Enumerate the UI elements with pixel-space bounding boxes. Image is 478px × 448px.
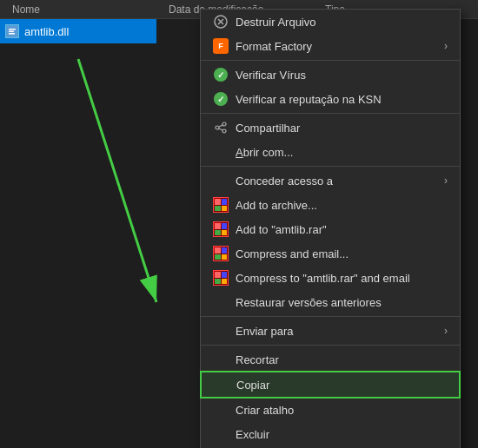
rar-icon-4: [213, 270, 229, 286]
menu-label-compress-amtlib-email: Compress to "amtlib.rar" and email: [236, 272, 448, 285]
menu-label-restaurar: Restaurar versões anteriores: [236, 296, 448, 309]
menu-item-enviar-para[interactable]: Enviar para ›: [201, 319, 460, 343]
dll-file-icon: [5, 24, 19, 38]
menu-label-add-amtlib-rar: Add to "amtlib.rar": [236, 223, 448, 236]
menu-item-restaurar[interactable]: Restaurar versões anteriores: [201, 290, 460, 314]
svg-rect-1: [9, 29, 16, 30]
kaspersky-shield-icon-2: ✓: [213, 91, 229, 107]
ff-icon: F: [213, 38, 229, 54]
menu-label-abrir-com: Abrir com...: [236, 146, 448, 159]
menu-item-format-factory[interactable]: F Format Factory ›: [201, 34, 460, 58]
menu-item-verificar-ksn[interactable]: ✓ Verificar a reputação na KSN: [201, 87, 460, 111]
menu-item-excluir[interactable]: Excluir: [201, 422, 460, 446]
separator-5: [201, 345, 460, 346]
menu-item-verificar-virus[interactable]: ✓ Verificar Vírus: [201, 63, 460, 87]
svg-point-10: [216, 126, 219, 129]
svg-point-9: [222, 122, 226, 126]
enviar-icon: [213, 323, 229, 339]
conceder-icon: [213, 173, 229, 188]
menu-item-compress-email[interactable]: Compress and email...: [201, 241, 460, 266]
svg-rect-2: [9, 31, 14, 33]
rar-icon-2: [213, 221, 229, 237]
submenu-arrow-ff: ›: [444, 40, 448, 52]
share-icon: [213, 120, 229, 135]
menu-label-criar-atalho: Criar atalho: [236, 404, 448, 417]
menu-item-compartilhar[interactable]: Compartilhar: [201, 115, 460, 140]
context-menu: Destruir Arquivo F Format Factory › ✓ Ve…: [200, 9, 461, 448]
file-item-amtlib[interactable]: amtlib.dll: [0, 19, 156, 43]
menu-label-conceder-acesso: Conceder acesso a: [236, 175, 437, 188]
submenu-arrow-conceder: ›: [444, 175, 448, 187]
kaspersky-shield-icon: ✓: [213, 67, 229, 82]
svg-point-11: [222, 129, 226, 133]
menu-item-criar-atalho[interactable]: Criar atalho: [201, 398, 460, 422]
menu-label-compress-email: Compress and email...: [236, 247, 448, 260]
submenu-arrow-enviar: ›: [444, 325, 448, 337]
menu-label-compartilhar: Compartilhar: [236, 122, 448, 135]
separator-1: [201, 60, 460, 61]
menu-item-add-archive[interactable]: Add to archive...: [201, 193, 460, 217]
copiar-icon: [214, 377, 229, 392]
destruct-icon: [213, 14, 229, 30]
menu-label-recortar: Recortar: [236, 353, 448, 366]
menu-item-abrir-com[interactable]: Abrir com...: [201, 140, 460, 164]
menu-label-verificar-ksn: Verificar a reputação na KSN: [236, 93, 448, 106]
menu-label-add-archive: Add to archive...: [236, 199, 448, 212]
menu-label-excluir: Excluir: [236, 428, 448, 441]
file-name: amtlib.dll: [24, 25, 69, 38]
open-with-icon: [213, 144, 229, 160]
menu-label-format-factory: Format Factory: [236, 40, 437, 53]
separator-2: [201, 113, 460, 114]
rar-icon-1: [213, 197, 229, 213]
restaurar-icon: [213, 294, 229, 310]
menu-label-copiar: Copiar: [236, 379, 447, 392]
separator-4: [201, 316, 460, 317]
col-nome: Nome: [5, 3, 162, 16]
menu-item-recortar[interactable]: Recortar: [201, 347, 460, 372]
menu-label-destruir: Destruir Arquivo: [236, 16, 448, 29]
atalho-icon: [213, 402, 229, 418]
recortar-icon: [213, 352, 229, 367]
svg-line-12: [219, 125, 222, 127]
menu-item-copiar[interactable]: Copiar: [200, 371, 461, 399]
menu-label-verificar-virus: Verificar Vírus: [236, 69, 448, 82]
menu-item-conceder-acesso[interactable]: Conceder acesso a ›: [201, 168, 460, 193]
menu-item-add-amtlib-rar[interactable]: Add to "amtlib.rar": [201, 217, 460, 241]
menu-label-enviar-para: Enviar para: [236, 325, 437, 338]
menu-item-compress-amtlib-email[interactable]: Compress to "amtlib.rar" and email: [201, 266, 460, 290]
menu-item-destruir[interactable]: Destruir Arquivo: [201, 10, 460, 34]
svg-rect-3: [9, 33, 15, 35]
excluir-icon: [213, 426, 229, 442]
separator-3: [201, 166, 460, 167]
svg-line-13: [219, 128, 222, 130]
rar-icon-3: [213, 246, 229, 261]
